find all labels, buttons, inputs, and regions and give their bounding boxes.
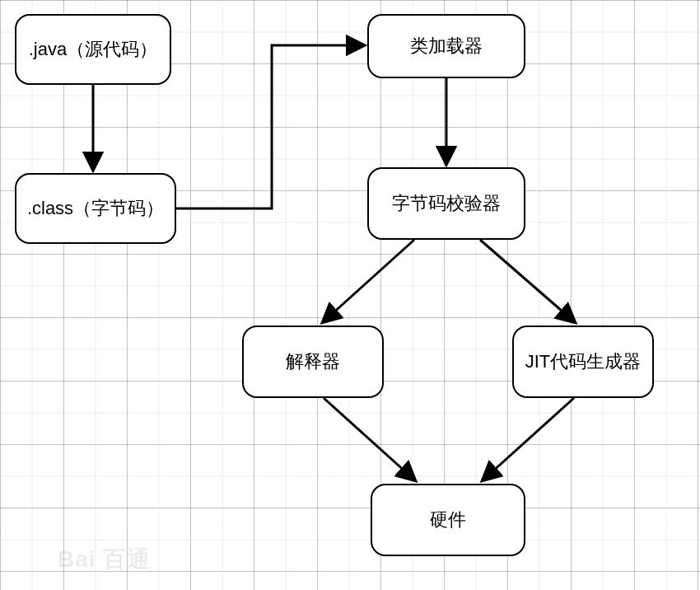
node-label: 硬件 (430, 508, 466, 532)
node-label: 字节码校验器 (392, 191, 501, 216)
node-label: 类加载器 (410, 34, 483, 59)
diagram-canvas: .java（源代码） .class（字节码） 类加载器 字节码校验器 解释器 J… (0, 0, 700, 590)
node-label: .java（源代码） (29, 37, 157, 62)
node-hardware: 硬件 (371, 484, 525, 556)
node-class-loader: 类加载器 (367, 14, 525, 78)
watermark: Bai 百通 (58, 544, 151, 575)
node-label: 解释器 (286, 349, 340, 374)
node-java-source: .java（源代码） (15, 14, 171, 85)
node-class-bytecode: .class（字节码） (15, 173, 176, 244)
node-bytecode-verifier: 字节码校验器 (367, 167, 525, 240)
node-interpreter: 解释器 (242, 325, 384, 398)
grid-background (0, 0, 700, 590)
node-jit-generator: JIT代码生成器 (512, 325, 654, 398)
node-label: JIT代码生成器 (525, 349, 642, 374)
node-label: .class（字节码） (27, 196, 164, 221)
